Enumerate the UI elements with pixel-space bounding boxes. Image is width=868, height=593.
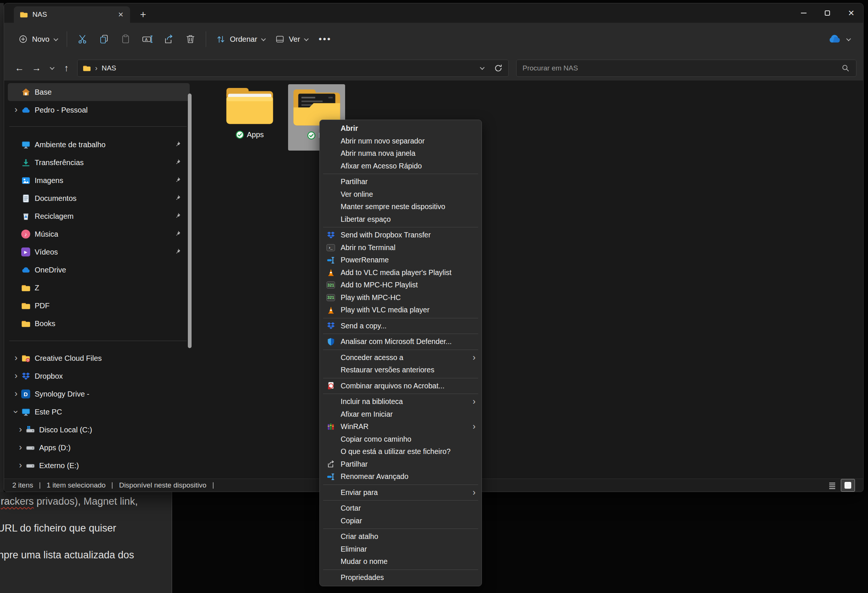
maximize-button[interactable]: [815, 3, 839, 23]
menu-item-restaurar-versoes[interactable]: Restaurar versões anteriores: [320, 364, 481, 376]
menu-item-defender-scan[interactable]: Analisar com Microsoft Defender...: [320, 335, 481, 348]
menu-item-manter-neste-dispositivo[interactable]: Manter sempre neste dispositivo: [320, 201, 481, 213]
new-button-label: Novo: [32, 35, 50, 44]
sidebar-item-creative-cloud-files[interactable]: › Creative Cloud Files: [8, 349, 190, 367]
sidebar-item-this-pc[interactable]: › Este PC: [8, 403, 190, 421]
tab-nas[interactable]: NAS ×: [14, 6, 130, 23]
folder-tile-apps[interactable]: Apps: [223, 86, 276, 139]
chevron-right-icon[interactable]: ›: [11, 105, 21, 115]
thumbnail-view-toggle[interactable]: [841, 479, 855, 492]
sidebar-item-apps-d[interactable]: › Apps (D:): [8, 439, 190, 457]
view-icon: [275, 34, 285, 44]
sidebar-item-disco-local-c[interactable]: › Disco Local (C:): [8, 421, 190, 439]
forward-button[interactable]: →: [28, 60, 45, 77]
sidebar-item-downloads[interactable]: Transferências: [8, 153, 190, 171]
menu-item-add-vlc-playlist[interactable]: Add to VLC media player's Playlist: [320, 267, 481, 279]
refresh-icon[interactable]: [493, 63, 503, 73]
menu-item-enviar-para[interactable]: Enviar para›: [320, 487, 481, 499]
menu-item-criar-atalho[interactable]: Criar atalho: [320, 530, 481, 543]
chevron-right-icon[interactable]: ›: [15, 460, 26, 471]
new-tab-button[interactable]: +: [135, 7, 151, 22]
delete-button[interactable]: [180, 29, 201, 49]
menu-item-afixar-iniciar[interactable]: Afixar em Iniciar: [320, 408, 481, 421]
menu-item-partilhar-onedrive[interactable]: Partilhar: [320, 176, 481, 188]
cut-button[interactable]: [72, 29, 93, 49]
menu-item-powerrename[interactable]: PowerRename: [320, 254, 481, 267]
sidebar-item-desktop[interactable]: Ambiente de trabalho: [8, 136, 190, 153]
acrobat-icon: [326, 381, 336, 391]
sidebar-item-pdf[interactable]: PDF: [8, 296, 190, 314]
vlc-icon: [326, 268, 336, 278]
menu-item-libertar-espaco[interactable]: Libertar espaço: [320, 213, 481, 226]
menu-item-copiar-caminho[interactable]: Copiar como caminho: [320, 433, 481, 446]
sidebar-item-documents[interactable]: Documentos: [8, 189, 190, 207]
sidebar-item-synology-drive[interactable]: › D Synology Drive -: [8, 385, 190, 403]
chevron-right-icon[interactable]: ›: [11, 353, 21, 363]
menu-item-combinar-acrobat[interactable]: Combinar arquivos no Acrobat...: [320, 380, 481, 392]
sidebar-item-music[interactable]: ♪ Música: [8, 225, 190, 243]
chevron-right-icon[interactable]: ›: [15, 443, 26, 453]
address-dropdown-icon[interactable]: [480, 65, 485, 70]
recent-locations-button[interactable]: [45, 60, 58, 77]
search-input[interactable]: [523, 64, 837, 72]
menu-item-propriedades[interactable]: Propriedades: [320, 571, 481, 584]
menu-item-eliminar[interactable]: Eliminar: [320, 543, 481, 556]
chevron-right-icon[interactable]: ›: [11, 371, 21, 381]
menu-item-partilhar[interactable]: Partilhar: [320, 458, 481, 471]
menu-item-que-utiliza-ficheiro[interactable]: O que está a utilizar este ficheiro?: [320, 445, 481, 458]
chevron-down-icon[interactable]: ›: [11, 407, 21, 417]
share-button[interactable]: [158, 29, 180, 49]
new-button[interactable]: Novo: [13, 31, 62, 48]
menu-item-winrar[interactable]: WinRAR›: [320, 420, 481, 433]
view-button[interactable]: Ver: [270, 31, 313, 48]
more-options-button[interactable]: •••: [313, 34, 337, 44]
search-box[interactable]: [516, 60, 856, 77]
search-icon: [841, 64, 850, 73]
sidebar-item-externo-e[interactable]: › Externo (E:): [8, 457, 190, 475]
paste-button[interactable]: [115, 29, 136, 49]
details-view-icon[interactable]: [827, 481, 837, 490]
menu-item-incluir-biblioteca[interactable]: Incluir na biblioteca›: [320, 395, 481, 408]
up-button[interactable]: ↑: [58, 60, 75, 77]
sidebar-item-pictures[interactable]: Imagens: [8, 171, 190, 189]
menu-item-dropbox-transfer[interactable]: Send with Dropbox Transfer: [320, 229, 481, 242]
menu-item-send-a-copy[interactable]: Send a copy...: [320, 320, 481, 332]
menu-item-renomear-avancado[interactable]: Renomear Avançado: [320, 471, 481, 483]
sidebar-item-recycle-bin[interactable]: Reciclagem: [8, 207, 190, 225]
sidebar-item-dropbox[interactable]: › Dropbox: [8, 367, 190, 385]
menu-item-conceder-acesso[interactable]: Conceder acesso a›: [320, 351, 481, 364]
sidebar-item-pedro-pessoal[interactable]: › Pedro - Pessoal: [8, 101, 190, 119]
icon-slot: [326, 202, 336, 212]
submenu-chevron-icon: ›: [472, 353, 475, 362]
menu-item-abrir-terminal[interactable]: ›_Abrir no Terminal: [320, 242, 481, 254]
copy-button[interactable]: [93, 29, 115, 49]
sidebar-item-books[interactable]: Books: [8, 314, 190, 332]
breadcrumb-bar[interactable]: › NAS: [77, 60, 509, 77]
chevron-right-icon[interactable]: ›: [11, 389, 21, 399]
rename-button[interactable]: [136, 29, 158, 49]
menu-item-ver-online[interactable]: Ver online: [320, 188, 481, 201]
menu-item-abrir-nova-janela[interactable]: Abrir numa nova janela: [320, 147, 481, 160]
minimize-button[interactable]: [791, 3, 815, 23]
close-button[interactable]: ×: [839, 3, 863, 23]
menu-item-play-vlc[interactable]: Play with VLC media player: [320, 304, 481, 316]
sort-button[interactable]: Ordenar: [211, 31, 270, 48]
menu-item-cortar[interactable]: Cortar: [320, 502, 481, 515]
menu-item-mudar-o-nome[interactable]: Mudar o nome: [320, 555, 481, 568]
breadcrumb-path[interactable]: NAS: [102, 64, 116, 72]
back-button[interactable]: ←: [11, 60, 28, 77]
tab-close-icon[interactable]: ×: [115, 9, 126, 20]
sidebar-item-onedrive[interactable]: OneDrive: [8, 261, 190, 279]
chevron-right-icon[interactable]: ›: [15, 425, 26, 435]
sidebar-scrollbar[interactable]: [188, 94, 192, 348]
menu-item-add-mpc-playlist[interactable]: 321Add to MPC-HC Playlist: [320, 279, 481, 292]
menu-item-play-mpc[interactable]: 321Play with MPC-HC: [320, 292, 481, 304]
menu-item-afixar-acesso-rapido[interactable]: Afixar em Acesso Rápido: [320, 160, 481, 173]
menu-item-abrir-novo-separador[interactable]: Abrir num novo separador: [320, 135, 481, 148]
menu-item-copiar[interactable]: Copiar: [320, 515, 481, 527]
sidebar-item-z[interactable]: Z: [8, 279, 190, 296]
sidebar-item-base[interactable]: Base: [8, 83, 190, 101]
sidebar-item-videos[interactable]: ▶ Vídeos: [8, 243, 190, 261]
onedrive-status-button[interactable]: [823, 30, 854, 49]
menu-item-abrir[interactable]: Abrir: [320, 122, 481, 135]
